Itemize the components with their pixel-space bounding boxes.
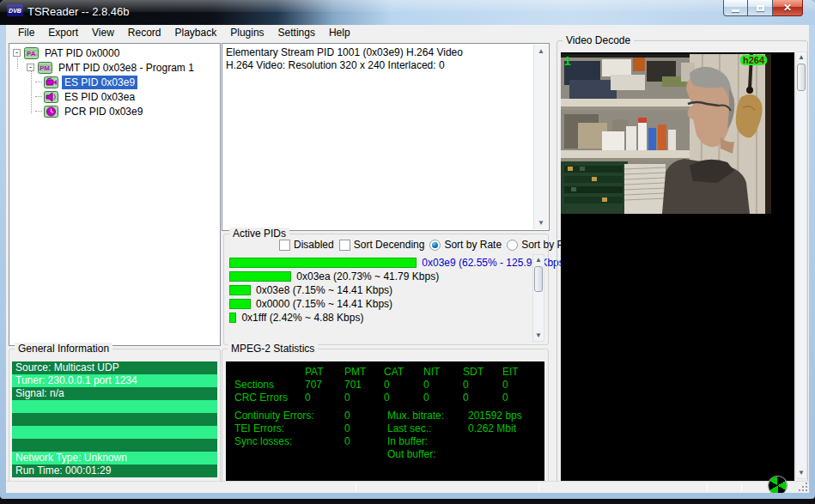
active-pids-controls: Disabled Sort Decending Sort by Rate Sor… — [279, 239, 544, 251]
stats-panel: PAT PMT CAT NIT SDT EIT Sections 707 701… — [226, 361, 544, 481]
pid-bar-label: 0x03ea (20.73% ~ 41.79 Kbps) — [296, 270, 439, 282]
close-button[interactable]: ✕ — [773, 0, 803, 16]
active-pids-group: Active PIDs Disabled Sort Decending Sort… — [223, 234, 549, 345]
general-info-group: General Information Source: Multicast UD… — [9, 349, 221, 483]
disabled-checkbox-group[interactable]: Disabled — [279, 239, 334, 251]
scrollbar-thumb[interactable] — [797, 64, 806, 91]
sort-decending-checkbox[interactable] — [339, 240, 350, 251]
statusbar-divider — [741, 483, 742, 491]
info-row-blank — [12, 439, 217, 452]
menu-file[interactable]: File — [11, 25, 41, 40]
tree-item-es-audio[interactable]: ES PID 0x03ea — [9, 89, 220, 104]
maximize-button[interactable] — [748, 0, 773, 16]
sort-decending-label: Sort Decending — [354, 239, 425, 251]
stats-pair-label: Sync losses: — [234, 435, 292, 448]
video-frame — [561, 54, 771, 214]
sort-decending-checkbox-group[interactable]: Sort Decending — [339, 239, 425, 251]
general-info-caption: General Information — [15, 343, 113, 355]
stats-cell: 0 — [344, 392, 384, 404]
tree-item-pmt[interactable]: - PM PMT PID 0x03e8 - Program 1 — [9, 60, 220, 75]
stream-info-scrollbar[interactable]: ▲ ▼ — [533, 45, 548, 229]
menu-settings[interactable]: Settings — [271, 25, 322, 40]
stats-pair-value: 0 — [344, 435, 350, 448]
stats-pair-label: TEI Errors: — [234, 422, 284, 435]
stats-cell: 0 — [305, 392, 344, 404]
stats-cell: 0 — [423, 379, 463, 392]
tree-item-label: PMT PID 0x03e8 - Program 1 — [56, 61, 197, 75]
stats-col-header: PMT — [344, 366, 384, 379]
scroll-up-icon[interactable]: ▲ — [533, 255, 544, 265]
stats-cell: 0 — [463, 392, 502, 404]
maximize-icon — [757, 5, 764, 11]
menu-playback[interactable]: Playback — [168, 25, 224, 40]
collapse-icon[interactable]: - — [27, 64, 34, 71]
menu-help[interactable]: Help — [322, 25, 357, 40]
stats-cell: 0 — [423, 392, 463, 404]
scroll-up-icon[interactable]: ▲ — [796, 52, 806, 63]
menu-record[interactable]: Record — [121, 25, 168, 40]
stats-row-label: CRC Errors — [234, 392, 305, 404]
stats-pairs: Continuity Errors: 0 Mux. bitrate: 20159… — [234, 410, 541, 461]
video-scrollbar[interactable]: ▲ ▼ — [795, 52, 807, 479]
tree-item-es-video[interactable]: ES PID 0x03e9 — [9, 75, 220, 89]
stats-cell: 0 — [502, 392, 542, 404]
status-bar — [6, 481, 809, 493]
stats-pair-value: 0 — [344, 410, 350, 422]
pid-bar-row: 0x03ea (20.73% ~ 41.79 Kbps) — [229, 270, 529, 283]
pid-bar — [229, 313, 236, 323]
close-icon: ✕ — [783, 2, 792, 14]
info-row-blank — [12, 426, 217, 439]
tree-item-pat[interactable]: - PA PAT PID 0x0000 — [9, 46, 220, 60]
dvb-logo-icon: DVB — [7, 4, 23, 16]
video-display: 1 h264 — [561, 52, 794, 481]
stats-caption: MPEG-2 Statistics — [228, 343, 318, 355]
stats-col-header: NIT — [423, 366, 463, 379]
resize-grip[interactable] — [798, 482, 808, 492]
stream-info-text: Elementary Stream PID 1001 (0x03e9) H.26… — [226, 46, 532, 72]
pid-bar-label: 0x1fff (2.42% ~ 4.88 Kbps) — [241, 312, 363, 324]
menu-view[interactable]: View — [85, 25, 121, 40]
menu-export[interactable]: Export — [41, 25, 85, 40]
pid-bar — [229, 299, 251, 309]
sort-by-rate-radio[interactable] — [429, 240, 441, 251]
menu-plugins[interactable]: Plugins — [223, 25, 271, 40]
pid-bar-label: 0x03e8 (7.15% ~ 14.41 Kbps) — [256, 284, 392, 296]
tree-guide-line — [35, 111, 42, 112]
menu-bar: File Export View Record Playback Plugins… — [6, 25, 809, 40]
tree-item-label: PCR PID 0x03e9 — [62, 105, 145, 118]
tree-item-pcr[interactable]: PCR PID 0x03e9 — [9, 104, 220, 118]
sort-by-rate-label: Sort by Rate — [444, 239, 502, 251]
stats-pair-value: 0.262 Mbit — [468, 422, 516, 435]
info-row-source: Source: Multicast UDP — [12, 361, 217, 374]
scroll-down-icon[interactable]: ▼ — [796, 468, 806, 478]
stats-row-label: Sections — [234, 379, 305, 392]
titlebar[interactable]: DVB TSReader -- 2.8.46b — [0, 0, 815, 25]
collapse-icon[interactable]: - — [13, 49, 21, 57]
scroll-up-icon[interactable]: ▲ — [534, 45, 548, 58]
pid-tree: - PA PAT PID 0x0000 - PM PMT PID 0x03e8 … — [9, 43, 221, 346]
pid-bar-label: 0x0000 (7.15% ~ 14.41 Kbps) — [256, 298, 392, 310]
scroll-down-icon[interactable]: ▼ — [533, 331, 544, 341]
tree-item-label: PAT PID 0x0000 — [42, 46, 122, 60]
window-title: TSReader -- 2.8.46b — [27, 5, 130, 18]
info-row-signal: Signal: n/a — [12, 387, 217, 400]
svg-text:PA: PA — [27, 50, 36, 58]
pid-bar-row: 0x03e9 (62.55% - 125.97 Kbps) — [229, 256, 529, 270]
video-decode-caption: Video Decode — [563, 34, 634, 46]
stats-pair-label: Last sec.: — [387, 422, 431, 435]
minimize-button[interactable] — [723, 0, 748, 16]
tree-guide-line — [35, 82, 42, 82]
stats-col-header: EIT — [502, 366, 542, 379]
scroll-down-icon[interactable]: ▼ — [534, 216, 548, 229]
stats-col-header: PAT — [305, 366, 344, 379]
active-pids-scrollbar[interactable]: ▲ ▼ — [532, 254, 544, 342]
info-row-run-time: Run Time: 000:01:29 — [12, 465, 217, 477]
stats-cell: 0 — [384, 392, 423, 404]
pat-table-icon: PA — [24, 47, 39, 59]
sort-by-rate-radio-group[interactable]: Sort by Rate — [429, 239, 502, 251]
sort-by-pid-radio[interactable] — [507, 240, 518, 251]
scrollbar-thumb[interactable] — [534, 266, 543, 292]
disabled-checkbox[interactable] — [279, 240, 290, 251]
stats-corner — [234, 366, 305, 379]
pid-bar — [229, 271, 291, 282]
